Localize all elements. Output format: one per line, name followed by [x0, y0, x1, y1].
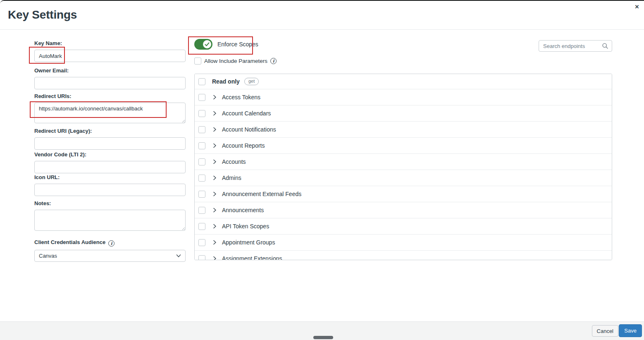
field-client-credentials: Client Credentials Audiencei Canvas: [34, 239, 186, 262]
scope-checkbox[interactable]: [198, 94, 205, 101]
client-credentials-select[interactable]: Canvas: [34, 250, 186, 262]
scope-checkbox[interactable]: [198, 239, 205, 246]
scope-checkbox[interactable]: [198, 142, 205, 149]
scope-checkbox[interactable]: [198, 191, 205, 198]
scope-row-account-reports[interactable]: Account Reports: [195, 138, 612, 154]
scope-row-admins[interactable]: Admins: [195, 170, 612, 186]
redirect-uris-label: Redirect URIs:: [34, 93, 186, 99]
enforce-scopes-toggle[interactable]: [194, 39, 212, 50]
search-endpoints-box: [539, 40, 612, 52]
field-redirect-uri-legacy: Redirect URI (Legacy):: [34, 128, 186, 150]
scope-label: Announcement External Feeds: [222, 191, 301, 197]
chevron-right-icon: [213, 143, 217, 148]
scope-label: Assignment Extensions: [222, 255, 282, 260]
key-settings-form: Key Name: Owner Email: Redirect URIs: ht…: [34, 40, 186, 262]
field-owner-email: Owner Email:: [34, 67, 186, 89]
read-only-checkbox[interactable]: [198, 78, 205, 85]
chevron-right-icon: [213, 95, 217, 100]
scope-label: Account Calendars: [222, 110, 271, 117]
page-title: Key Settings: [8, 8, 77, 22]
cancel-button[interactable]: Cancel: [592, 325, 618, 337]
toggle-knob: [203, 40, 211, 48]
chevron-right-icon: [213, 111, 217, 116]
key-name-input[interactable]: [34, 50, 186, 62]
chevron-right-icon: [213, 192, 217, 196]
modal-header: Key Settings: [0, 1, 644, 30]
scope-label: Accounts: [222, 158, 246, 165]
scope-row-appointment-groups[interactable]: Appointment Groups: [195, 235, 612, 251]
vendor-code-input[interactable]: [34, 161, 186, 173]
scope-checkbox[interactable]: [198, 223, 205, 230]
owner-email-label: Owner Email:: [34, 67, 186, 74]
scope-label: Announcements: [222, 207, 264, 213]
search-icon: [602, 43, 608, 49]
icon-url-input[interactable]: [34, 184, 186, 196]
redirect-uri-legacy-label: Redirect URI (Legacy):: [34, 128, 186, 134]
info-icon[interactable]: i: [108, 240, 114, 247]
info-icon[interactable]: i: [270, 58, 277, 64]
scope-checkbox[interactable]: [198, 175, 205, 182]
allow-include-parameters-checkbox[interactable]: [194, 57, 201, 65]
scope-label: Admins: [222, 175, 241, 181]
chevron-right-icon: [213, 127, 217, 132]
chevron-right-icon: [213, 240, 217, 245]
read-only-label: Read only: [212, 78, 240, 85]
scope-row-account-notifications[interactable]: Account Notifications: [195, 122, 612, 138]
enforce-scopes-label: Enforce Scopes: [217, 41, 258, 48]
notes-textarea[interactable]: [34, 210, 186, 231]
enforce-scopes-row: Enforce Scopes: [194, 39, 258, 50]
scope-row-api-token-scopes[interactable]: API Token Scopes: [195, 218, 612, 235]
get-method-badge: get: [244, 78, 259, 85]
scope-checkbox[interactable]: [198, 207, 205, 214]
scope-checkbox[interactable]: [198, 158, 205, 165]
scope-checkbox[interactable]: [198, 110, 205, 117]
scope-label: Appointment Groups: [222, 239, 275, 246]
scope-label: API Token Scopes: [222, 223, 269, 230]
chevron-right-icon: [213, 208, 217, 213]
scope-checkbox[interactable]: [198, 255, 205, 261]
read-only-row: Read only get: [195, 74, 612, 89]
chevron-right-icon: [213, 159, 217, 164]
field-redirect-uris: Redirect URIs: https://automark.io/conne…: [34, 93, 186, 123]
chevron-down-icon: [176, 254, 181, 258]
field-key-name: Key Name:: [34, 40, 186, 62]
search-endpoints-input[interactable]: [543, 43, 602, 49]
chevron-right-icon: [213, 175, 217, 180]
key-name-label: Key Name:: [34, 40, 186, 46]
field-vendor-code: Vendor Code (LTI 2):: [34, 151, 186, 173]
chevron-right-icon: [213, 224, 217, 229]
client-credentials-label-text: Client Credentials Audience: [34, 239, 105, 245]
client-credentials-label: Client Credentials Audiencei: [34, 239, 186, 247]
window-drag-handle[interactable]: [313, 336, 333, 339]
field-icon-url: Icon URL:: [34, 174, 186, 196]
scope-label: Account Reports: [222, 142, 265, 149]
scope-row-announcements[interactable]: Announcements: [195, 202, 612, 218]
checkmark-icon: [205, 42, 210, 47]
allow-include-parameters-label: Allow Include Parameters: [204, 58, 267, 64]
key-settings-modal: Key Settings ✕ Key Name: Owner Email: Re…: [0, 0, 644, 340]
icon-url-label: Icon URL:: [34, 174, 186, 180]
scope-label: Account Notifications: [222, 126, 276, 133]
close-icon[interactable]: ✕: [633, 3, 641, 11]
save-button[interactable]: Save: [619, 324, 642, 337]
notes-label: Notes:: [34, 200, 186, 206]
chevron-right-icon: [213, 256, 217, 260]
scope-row-access-tokens[interactable]: Access Tokens: [195, 89, 612, 105]
scope-row-assignment-extensions[interactable]: Assignment Extensions: [195, 251, 612, 260]
allow-include-parameters-row: Allow Include Parameters i: [194, 57, 277, 65]
redirect-uris-textarea[interactable]: https://automark.io/connect/canvas/callb…: [34, 103, 186, 123]
owner-email-input[interactable]: [34, 77, 186, 89]
scopes-panel: Read only get Access Tokens Account Cale…: [194, 74, 612, 260]
scope-row-announcement-external-feeds[interactable]: Announcement External Feeds: [195, 186, 612, 202]
redirect-uri-legacy-input[interactable]: [34, 137, 186, 150]
field-notes: Notes:: [34, 200, 186, 231]
scope-row-account-calendars[interactable]: Account Calendars: [195, 105, 612, 122]
scope-checkbox[interactable]: [198, 126, 205, 133]
scope-label: Access Tokens: [222, 94, 260, 101]
vendor-code-label: Vendor Code (LTI 2):: [34, 151, 186, 158]
client-credentials-selected-value: Canvas: [39, 253, 57, 259]
scope-row-accounts[interactable]: Accounts: [195, 154, 612, 170]
